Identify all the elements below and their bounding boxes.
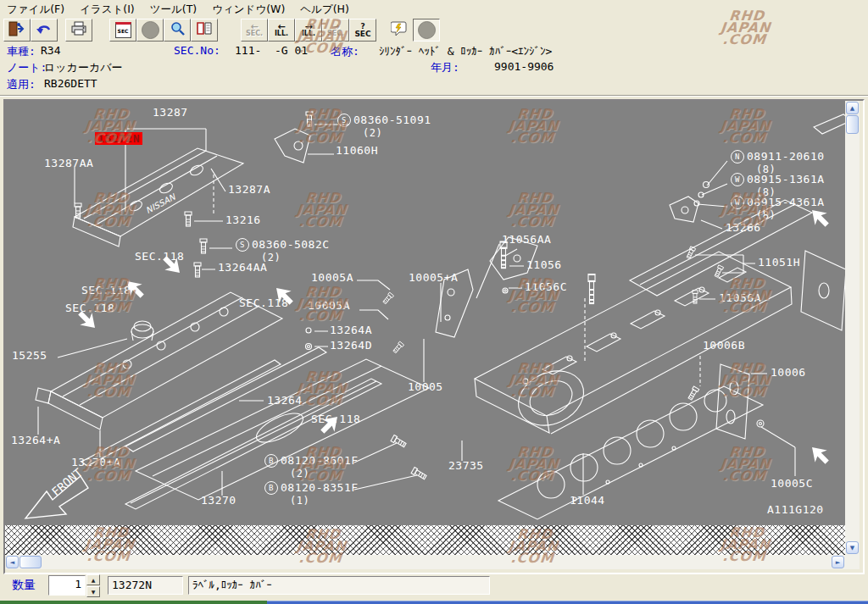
app-window: ファイル(F)イラスト(I)ツール(T)ウィンドウ(W)ヘルプ(H) SEC <box>0 0 868 604</box>
part-label[interactable]: 13264AA <box>218 261 267 274</box>
quantity-up-button[interactable]: ▲ <box>86 574 100 585</box>
part-label[interactable]: 10005A <box>308 299 350 312</box>
part-description-field[interactable]: ﾗﾍﾞﾙ,ﾛｯｶｰ ｶﾊﾞｰ <box>188 576 490 595</box>
part-label[interactable]: 13264D <box>330 339 372 352</box>
obscured-button-2[interactable] <box>413 19 440 42</box>
toolbar: SEC ← SEC. ← ILL. → ILL. → SE <box>0 19 868 44</box>
sec-ref-label: SEC.118 <box>81 284 131 296</box>
vertical-scrollbar[interactable]: ▲ ▼ <box>845 101 860 555</box>
section-search-button[interactable]: ? SEC <box>349 19 376 42</box>
part-label[interactable]: S08360-51091(2) <box>337 114 431 139</box>
prev-illustration-button[interactable]: ← ILL. <box>268 19 295 42</box>
circled-prefix: W <box>731 173 744 186</box>
horizontal-scrollbar[interactable]: ◄ ► <box>5 555 860 569</box>
note-value: ロッカーカバー <box>44 60 123 75</box>
diagram-viewport: NISSAN <box>3 99 865 574</box>
prev-section-label: SEC. <box>246 30 263 37</box>
part-label[interactable]: 10005 <box>408 380 443 393</box>
applies-label: 適用: <box>7 77 36 92</box>
part-label[interactable]: 10006 <box>771 366 806 379</box>
circled-prefix: N <box>731 150 744 163</box>
part-label[interactable]: 11060H <box>336 144 378 157</box>
part-label[interactable]: 13266 <box>726 221 761 234</box>
part-label[interactable]: W08915-1361A(8) <box>731 173 825 198</box>
part-label[interactable]: 13287 <box>153 106 188 119</box>
section-search-label: SEC <box>354 30 370 37</box>
part-number-field[interactable]: 13272N <box>108 576 183 595</box>
part-label[interactable]: B08120-8601F(2) <box>264 454 359 479</box>
sec-ref-label: SEC.118 <box>65 302 114 314</box>
name-label: 名称: <box>331 44 359 59</box>
part-label[interactable]: 13272N <box>95 132 142 145</box>
footer-bar: 数量 1 ▲ ▼ 13272N ﾗﾍﾞﾙ,ﾛｯｶｰ ｶﾊﾞｰ <box>0 571 868 601</box>
prev-section-button[interactable]: ← SEC. <box>241 19 268 42</box>
hint-button[interactable] <box>386 19 413 42</box>
menu-file[interactable]: ファイル(F) <box>0 1 73 19</box>
menu-window[interactable]: ウィンドウ(W) <box>205 1 293 19</box>
part-label[interactable]: 13270+A <box>71 456 120 468</box>
sec-ref-label: SEC.118 <box>311 413 360 425</box>
part-label[interactable]: 10006B <box>703 339 745 352</box>
menu-illust[interactable]: イラスト(I) <box>73 1 143 19</box>
printer-icon <box>70 21 87 39</box>
part-label[interactable]: 10005C <box>771 477 813 490</box>
next-illustration-button[interactable]: → ILL. <box>295 19 322 42</box>
magnifier-icon <box>170 21 186 40</box>
bottom-strip-blue <box>267 601 868 604</box>
zoom-button[interactable] <box>164 19 191 42</box>
part-label[interactable]: 13270 <box>201 494 236 507</box>
exit-button[interactable] <box>3 19 31 42</box>
part-label[interactable]: B08120-8351F(1) <box>264 481 359 507</box>
header-separator <box>0 95 868 97</box>
exit-door-icon <box>8 21 25 40</box>
part-label[interactable]: 23735 <box>448 459 484 472</box>
diagram-code: A111G120 <box>767 503 824 516</box>
sec-list-button[interactable]: SEC <box>109 19 136 42</box>
name-value: ｼﾘﾝﾀﾞｰ ﾍｯﾄﾞ & ﾛｯｶｰ ｶﾊﾞｰ<ｴﾝｼﾞﾝ> <box>379 45 552 58</box>
part-label[interactable]: 11056A <box>719 291 761 304</box>
part-label[interactable]: 13287A <box>228 183 270 196</box>
scroll-up-button[interactable]: ▲ <box>846 102 859 114</box>
part-label[interactable]: 11051H <box>758 256 800 269</box>
part-label[interactable]: 13264+A <box>11 434 60 446</box>
next-section-label: SEC. <box>327 30 344 37</box>
unused-hatch-area <box>5 525 845 555</box>
part-label[interactable]: 13264 <box>267 394 303 407</box>
exploded-diagram-art: NISSAN <box>5 101 845 525</box>
menu-bar: ファイル(F)イラスト(I)ツール(T)ウィンドウ(W)ヘルプ(H) <box>0 0 868 19</box>
menu-help[interactable]: ヘルプ(H) <box>293 1 358 19</box>
catalog-button[interactable] <box>191 19 218 42</box>
applies-value: RB26DETT <box>44 77 97 90</box>
obscured-button-1[interactable] <box>136 19 164 42</box>
part-label[interactable]: 13264A <box>330 324 372 336</box>
scroll-left-button[interactable]: ◄ <box>6 556 19 568</box>
vertical-scroll-thumb[interactable] <box>846 115 859 134</box>
bottom-strip-green <box>0 601 267 604</box>
next-section-button[interactable]: → SEC. <box>322 19 349 42</box>
undo-button[interactable] <box>31 19 58 42</box>
quantity-input[interactable]: 1 <box>48 575 86 596</box>
part-label[interactable]: 10005A <box>311 271 353 284</box>
scroll-right-button[interactable]: ► <box>832 556 844 568</box>
part-label[interactable]: 11056C <box>525 280 567 293</box>
part-label[interactable]: 13287AA <box>44 157 93 169</box>
part-label[interactable]: S08360-5082C(2) <box>236 238 330 263</box>
part-label[interactable]: 11044 <box>570 494 605 507</box>
part-label[interactable]: 10005+A <box>409 271 458 284</box>
part-label[interactable]: W08915-4361A(8) <box>731 196 825 221</box>
part-label[interactable]: 15255 <box>12 349 47 362</box>
prev-illustration-label: ILL. <box>275 30 288 37</box>
circled-prefix: B <box>264 454 278 468</box>
part-label[interactable]: 11056 <box>526 258 562 271</box>
print-button[interactable] <box>65 19 92 42</box>
horizontal-scroll-thumb[interactable] <box>19 556 42 568</box>
lamp-icon <box>391 20 408 40</box>
part-label[interactable]: N08911-20610(8) <box>731 150 825 175</box>
part-label[interactable]: 11056AA <box>502 233 551 246</box>
part-label[interactable]: 13216 <box>225 213 261 226</box>
period-label: 年月: <box>431 60 459 75</box>
quantity-label: 数量 <box>12 578 36 593</box>
scroll-down-button[interactable]: ▼ <box>846 541 859 554</box>
quantity-down-button[interactable]: ▼ <box>86 586 100 597</box>
menu-tool[interactable]: ツール(T) <box>143 1 205 19</box>
